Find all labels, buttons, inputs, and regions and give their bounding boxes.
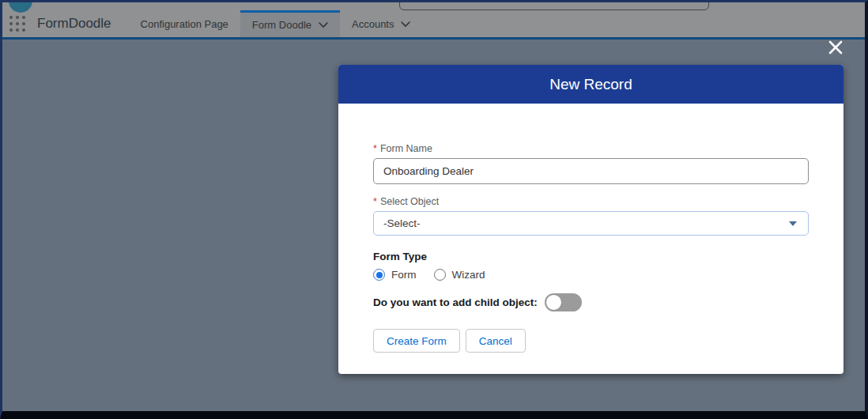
dropdown-selected-value: -Select- [383, 217, 421, 229]
tab-form-doodle[interactable]: Form Doodle [240, 10, 340, 37]
nav-tabs: Configuration Page Form Doodle Accounts [129, 10, 423, 37]
navbar-row: FormDoodle Configuration Page Form Doodl… [2, 10, 865, 37]
nav-underline [2, 37, 865, 40]
radio-label: Form [391, 269, 417, 281]
new-record-modal: New Record *Form Name *Select Object -Se… [338, 65, 843, 374]
tab-label: Configuration Page [141, 18, 228, 30]
select-object-label: *Select Object [373, 196, 809, 207]
child-object-row: Do you want to add child object: [373, 293, 809, 311]
app-navbar: FormDoodle Configuration Page Form Doodl… [2, 2, 865, 37]
form-type-radio-group: Form Wizard [373, 269, 809, 281]
app-launcher-icon[interactable] [9, 16, 25, 32]
tab-accounts[interactable]: Accounts [340, 10, 422, 37]
modal-header: New Record [338, 65, 843, 104]
chevron-down-icon [401, 18, 410, 30]
form-type-label: Form Type [373, 251, 809, 262]
create-form-button[interactable]: Create Form [373, 329, 460, 353]
form-name-input[interactable] [373, 158, 809, 184]
select-object-dropdown[interactable]: -Select- [373, 211, 809, 236]
modal-body: *Form Name *Select Object -Select- Form … [338, 104, 843, 353]
global-search-box[interactable] [399, 0, 709, 10]
radio-icon-unselected[interactable] [434, 269, 446, 281]
modal-title: New Record [549, 76, 632, 93]
app-title: FormDoodle [37, 16, 111, 32]
radio-option-form[interactable]: Form [373, 269, 417, 281]
close-icon[interactable] [825, 37, 846, 58]
modal-actions: Create Form Cancel [373, 329, 809, 353]
tab-configuration-page[interactable]: Configuration Page [129, 10, 240, 37]
required-asterisk: * [373, 143, 377, 154]
dropdown-caret-icon [789, 221, 797, 226]
cancel-button[interactable]: Cancel [466, 329, 526, 353]
form-name-label: *Form Name [373, 143, 809, 154]
tab-label: Form Doodle [252, 19, 311, 31]
radio-option-wizard[interactable]: Wizard [434, 269, 485, 281]
required-asterisk: * [373, 196, 377, 207]
chevron-down-icon [319, 19, 328, 31]
radio-label: Wizard [452, 269, 485, 281]
radio-icon-selected[interactable] [373, 269, 385, 281]
child-object-toggle[interactable] [545, 293, 582, 311]
child-object-label: Do you want to add child object: [373, 296, 538, 308]
toggle-knob [545, 294, 562, 311]
page: FormDoodle Configuration Page Form Doodl… [0, 0, 868, 419]
tab-label: Accounts [352, 18, 394, 30]
